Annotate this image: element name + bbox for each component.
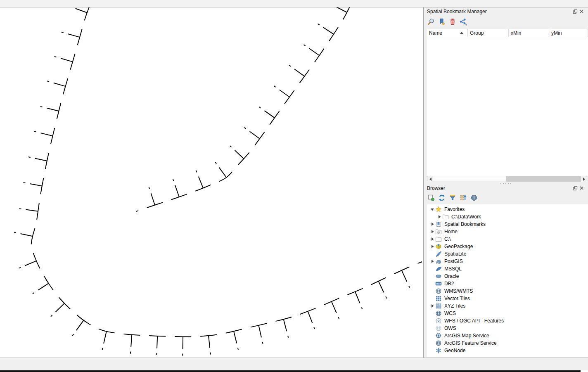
tree-item-label: Spatial Bookmarks (444, 221, 486, 227)
browser-item-xyz-tiles[interactable]: XYZ Tiles (427, 302, 588, 310)
column-header-name[interactable]: Name (427, 29, 468, 37)
cliff-tick (104, 332, 107, 344)
expander-spacer (429, 340, 435, 346)
tree-expander[interactable] (429, 206, 435, 212)
cliff-tick (38, 283, 48, 290)
browser-item-db2[interactable]: DB2DB2 (427, 280, 588, 287)
cliff-tick (258, 325, 261, 337)
expander-spacer (429, 348, 435, 353)
tree-expander[interactable] (436, 214, 442, 220)
arcgis-feature-icon (435, 340, 442, 346)
cliff-tick (151, 193, 155, 205)
tree-item-label: MSSQL (444, 266, 462, 272)
cliff-tick (280, 90, 289, 97)
browser-item-c-data-work[interactable]: C:\Data\Work (427, 213, 588, 220)
column-header-xmin[interactable]: xMin (509, 29, 549, 37)
map-canvas[interactable] (0, 7, 424, 358)
tree-item-label: XYZ Tiles (444, 303, 465, 309)
scroll-right-icon (583, 178, 585, 181)
tree-expander[interactable] (429, 244, 435, 249)
scroll-left-button[interactable] (427, 176, 433, 182)
browser-item-spatial-bookmarks[interactable]: Spatial Bookmarks (427, 220, 588, 228)
browser-item-arcgis-map-service[interactable]: ArcGIS Map Service (427, 332, 588, 339)
browser-item-wcs[interactable]: WCS (427, 310, 588, 317)
float-panel-button[interactable] (572, 185, 578, 191)
float-panel-button[interactable] (572, 9, 578, 14)
vector-tiles-icon (435, 295, 442, 302)
add-selected-layers-button[interactable] (427, 194, 435, 202)
browser-item-favorites[interactable]: Favorites (427, 206, 588, 213)
browser-item-oracle[interactable]: Oracle (427, 272, 588, 280)
cliff-dot (230, 146, 232, 147)
scrollbar-thumb[interactable] (506, 176, 581, 182)
cliff-dot (314, 327, 315, 329)
column-header-group[interactable]: Group (468, 29, 509, 37)
browser-item-postgis[interactable]: PostGIS (427, 258, 588, 265)
bookmark-hscrollbar[interactable] (427, 176, 587, 181)
cliff-tick (309, 48, 320, 55)
browser-panel-title: Browser (427, 185, 445, 191)
bookmark-panel-toolbar (427, 18, 585, 27)
tree-item-label: Favorites (444, 206, 465, 212)
properties-button[interactable] (470, 194, 478, 202)
cliff-dot (196, 171, 197, 173)
magnifier-icon (427, 18, 435, 26)
cliff-dot (55, 57, 57, 57)
cliff-dot (318, 24, 320, 25)
cliff-tick (35, 158, 47, 161)
scroll-left-icon (429, 178, 432, 181)
browser-item-vector-tiles[interactable]: Vector Tiles (427, 295, 588, 302)
panel-splitter[interactable] (424, 182, 588, 185)
delete-bookmark-button[interactable] (448, 18, 457, 26)
expander-spacer (429, 296, 435, 301)
cliff-tick (379, 281, 384, 292)
tree-expander[interactable] (429, 236, 435, 242)
close-icon (579, 186, 584, 190)
collapse-all-button[interactable] (459, 194, 467, 202)
bookmark-panel-title: Spatial Bookmark Manager (427, 9, 487, 14)
browser-item-mssql[interactable]: MSSQL (427, 265, 588, 272)
column-header-ymin[interactable]: yMin (549, 29, 588, 37)
refresh-button[interactable] (438, 194, 446, 202)
close-panel-button[interactable] (579, 185, 584, 191)
expander-collapsed-icon (430, 222, 434, 226)
window-bottom-notch (581, 370, 588, 372)
expander-spacer (429, 310, 435, 316)
cliff-dot (274, 86, 276, 87)
browser-item-home[interactable]: Home (427, 228, 588, 235)
browser-item-wms-wmts[interactable]: WMS/WMTS (427, 287, 588, 295)
share-bookmarks-button[interactable] (459, 18, 467, 26)
browser-item-c[interactable]: C:\ (427, 235, 588, 243)
tree-item-label: OWS (444, 325, 456, 331)
tree-expander[interactable] (429, 229, 435, 235)
browser-item-arcgis-feature-service[interactable]: ArcGIS Feature Service (427, 339, 588, 347)
browser-item-geonode[interactable]: GeoNode (427, 347, 588, 354)
cliff-tick (47, 108, 59, 111)
cliff-tick (234, 331, 237, 343)
bookmark-table-body[interactable] (427, 37, 588, 176)
close-icon (579, 9, 584, 14)
browser-item-wfs-ogc-api-features[interactable]: VWFS / OGC API - Features (427, 317, 588, 325)
browser-item-spatialite[interactable]: SpatiaLite (427, 250, 588, 258)
cliff-line-inner (136, 7, 351, 211)
expander-spacer (429, 288, 435, 294)
info-icon (470, 194, 478, 201)
add-bookmark-button[interactable] (438, 18, 446, 26)
cliff-tick (308, 311, 313, 323)
tree-item-label: GeoNode (444, 348, 465, 353)
cliff-tick (61, 58, 73, 62)
zoom-to-bookmark-button[interactable] (427, 18, 435, 26)
browser-item-ows[interactable]: OWS (427, 325, 588, 332)
tree-expander[interactable] (429, 303, 435, 309)
close-panel-button[interactable] (579, 9, 584, 14)
browser-item-geopackage[interactable]: GeoPackage (427, 243, 588, 250)
filter-browser-button[interactable] (448, 194, 457, 202)
scroll-right-button[interactable] (581, 176, 587, 182)
tree-expander[interactable] (429, 258, 435, 264)
cliff-tick (355, 292, 360, 303)
oracle-icon (435, 273, 442, 280)
tree-expander[interactable] (429, 221, 435, 227)
cliff-tick (76, 9, 87, 13)
browser-panel-titlebar: Browser (427, 185, 585, 193)
cliff-dot (289, 65, 291, 66)
